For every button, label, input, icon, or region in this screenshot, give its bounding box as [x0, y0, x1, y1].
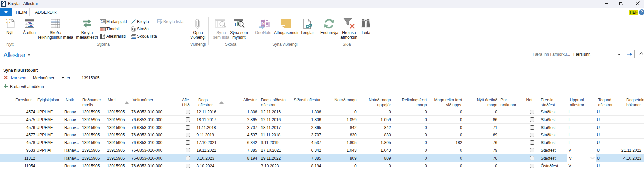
svg-text:N: N: [261, 21, 265, 26]
